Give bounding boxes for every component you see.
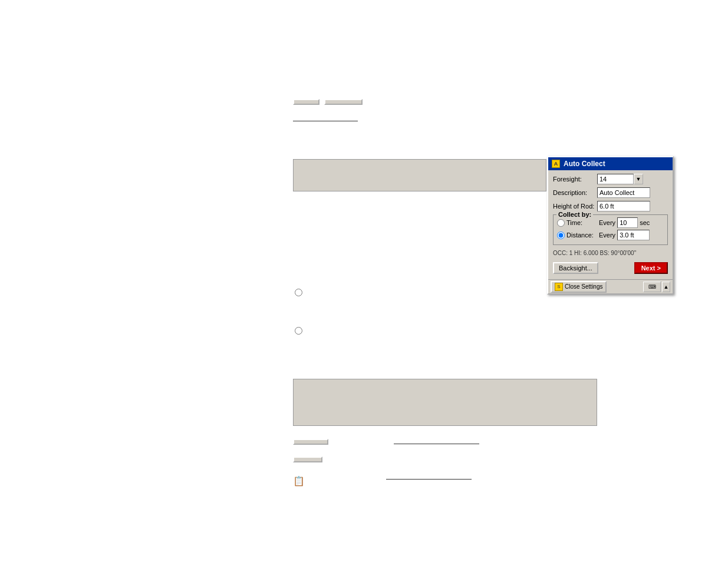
collect-by-group: Collect by: Time: Every sec Distance: Ev… bbox=[553, 214, 668, 245]
footer-right-controls: ⌨ ▲ bbox=[643, 282, 670, 292]
bottom-button-2[interactable] bbox=[293, 457, 322, 462]
top-underline bbox=[293, 121, 358, 121]
foresight-input[interactable] bbox=[597, 174, 634, 184]
expand-button[interactable]: ▲ bbox=[662, 282, 670, 292]
height-of-rod-label: Height of Rod: bbox=[553, 203, 597, 210]
description-row: Description: bbox=[553, 187, 668, 198]
dialog-action-buttons: Backsight... Next > bbox=[553, 260, 668, 276]
next-button[interactable]: Next > bbox=[634, 262, 668, 274]
collect-by-distance-radio[interactable] bbox=[557, 232, 565, 239]
foresight-control: ▼ bbox=[597, 174, 643, 184]
foresight-label: Foresight: bbox=[553, 176, 597, 183]
time-label: Time: bbox=[566, 219, 599, 226]
distance-label: Distance: bbox=[566, 232, 599, 239]
auto-collect-dialog: A Auto Collect Foresight: ▼ Description:… bbox=[547, 156, 674, 295]
top-button-1[interactable] bbox=[293, 99, 319, 105]
dialog-status: OCC: 1 HI: 6.000 BS: 90°00'00" bbox=[553, 248, 668, 258]
dialog-footer: S Close Settings ⌨ ▲ bbox=[548, 279, 673, 293]
height-of-rod-input[interactable] bbox=[597, 201, 650, 211]
backsight-button[interactable]: Backsight... bbox=[553, 262, 598, 274]
distance-value-input[interactable] bbox=[617, 230, 650, 240]
radio-input-2[interactable] bbox=[295, 327, 302, 335]
close-settings-button[interactable]: S Close Settings bbox=[551, 281, 607, 293]
description-input[interactable] bbox=[597, 187, 650, 198]
foresight-dropdown-arrow[interactable]: ▼ bbox=[634, 174, 643, 184]
description-label: Description: bbox=[553, 189, 597, 196]
height-of-rod-row: Height of Rod: bbox=[553, 201, 668, 211]
bottom-icon: 📋 bbox=[293, 475, 305, 487]
collect-by-time-radio[interactable] bbox=[557, 219, 565, 227]
close-settings-label: Close Settings bbox=[565, 283, 602, 290]
time-value-input[interactable] bbox=[617, 217, 638, 228]
foresight-row: Foresight: ▼ bbox=[553, 174, 668, 184]
top-button-2[interactable] bbox=[324, 99, 363, 105]
collect-by-legend: Collect by: bbox=[556, 211, 593, 218]
top-gray-bar bbox=[293, 159, 546, 191]
bottom-gray-bar bbox=[293, 379, 597, 426]
time-every-label: Every bbox=[599, 219, 615, 226]
bottom-underline-2 bbox=[386, 479, 472, 480]
settings-icon: S bbox=[555, 283, 563, 291]
time-unit-label: sec bbox=[640, 219, 650, 226]
distance-every-label: Every bbox=[599, 232, 615, 239]
collect-by-distance-row: Distance: Every bbox=[557, 230, 664, 240]
dialog-body: Foresight: ▼ Description: Height of Rod:… bbox=[548, 170, 673, 279]
radio-input-1[interactable] bbox=[295, 289, 302, 296]
dialog-title-icon: A bbox=[552, 160, 560, 168]
collect-by-time-row: Time: Every sec bbox=[557, 217, 664, 228]
dialog-title: Auto Collect bbox=[564, 160, 605, 168]
top-button-group bbox=[293, 99, 363, 105]
radio-option-1[interactable] bbox=[295, 289, 302, 298]
radio-option-2[interactable] bbox=[295, 327, 302, 336]
bottom-button-1[interactable] bbox=[293, 439, 328, 445]
dialog-titlebar: A Auto Collect bbox=[548, 157, 673, 170]
keyboard-icon[interactable]: ⌨ bbox=[643, 282, 661, 292]
bottom-underline-1 bbox=[394, 444, 479, 444]
